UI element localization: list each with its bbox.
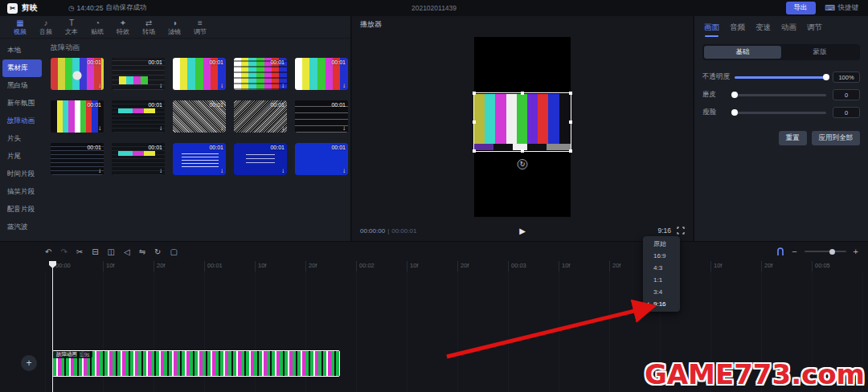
- zoom-slider-knob[interactable]: [829, 249, 835, 255]
- sidebar-item[interactable]: 蒸汽波: [0, 218, 44, 236]
- selection-handle[interactable]: [473, 120, 476, 124]
- media-thumbnail[interactable]: 00:01 ↓: [295, 58, 348, 90]
- inspector-subtab[interactable]: 基础: [704, 46, 781, 59]
- download-icon[interactable]: ↓: [220, 82, 223, 89]
- split-button[interactable]: ✂: [76, 247, 83, 256]
- reverse-button[interactable]: ◁: [124, 247, 130, 256]
- download-icon[interactable]: ↓: [159, 125, 162, 132]
- slider-track[interactable]: [735, 76, 826, 79]
- snap-magnet-icon[interactable]: [776, 247, 784, 256]
- sidebar-item[interactable]: 搞笑片段: [0, 183, 44, 201]
- sidebar-item[interactable]: 时间片段: [0, 165, 44, 183]
- delete-button[interactable]: ⊟: [92, 247, 98, 256]
- fullscreen-icon[interactable]: [677, 227, 685, 235]
- playhead-line[interactable]: [52, 261, 53, 392]
- inspector-tab[interactable]: 变速: [755, 22, 771, 33]
- download-icon[interactable]: ↓: [342, 167, 346, 174]
- ratio-menu-item[interactable]: ✓ 原始: [643, 238, 680, 250]
- download-icon[interactable]: ↓: [281, 167, 285, 174]
- media-toolbar-item[interactable]: ≡ 调节: [188, 19, 212, 35]
- play-button[interactable]: ▶: [519, 227, 526, 235]
- media-thumbnail[interactable]: 00:01 ↓: [173, 143, 226, 175]
- media-thumbnail[interactable]: 00:01 ↓: [112, 58, 165, 90]
- ratio-menu-item[interactable]: ✓ 3:4: [643, 286, 680, 298]
- zoom-in-button[interactable]: +: [854, 247, 858, 256]
- sidebar-item[interactable]: 故障动画: [0, 112, 44, 130]
- media-toolbar-item[interactable]: T 文本: [59, 19, 84, 35]
- selection-handle[interactable]: [521, 149, 524, 153]
- sidebar-item[interactable]: 片尾: [0, 148, 44, 165]
- media-thumbnail[interactable]: 00:01 ↓: [112, 143, 165, 175]
- zoom-out-button[interactable]: −: [792, 247, 796, 256]
- slider-value-field[interactable]: 0: [833, 89, 860, 100]
- reset-button[interactable]: 重置: [779, 131, 807, 145]
- download-icon[interactable]: ↓: [159, 82, 162, 89]
- ratio-menu-item[interactable]: ✓ 4:3: [643, 262, 680, 274]
- media-thumbnail[interactable]: 00:01 ↓: [173, 58, 226, 90]
- selection-handle[interactable]: [569, 149, 572, 153]
- download-icon[interactable]: ↓: [220, 125, 223, 132]
- inspector-tab[interactable]: 调节: [807, 22, 822, 33]
- media-thumbnail[interactable]: 00:01 ↓: [112, 100, 165, 133]
- timeline-clip[interactable]: 故障动画 1.9s: [52, 350, 340, 377]
- zoom-slider[interactable]: [805, 251, 846, 252]
- media-thumbnail[interactable]: 00:01 ↓: [51, 143, 104, 175]
- crop-button[interactable]: ▢: [170, 247, 178, 256]
- inspector-tab[interactable]: 音频: [730, 22, 745, 33]
- download-icon[interactable]: ↓: [98, 167, 101, 174]
- selection-handle[interactable]: [569, 92, 572, 95]
- media-toolbar-item[interactable]: ◔ 贴纸: [85, 19, 109, 35]
- video-preview[interactable]: ↻: [474, 37, 571, 217]
- freeze-button[interactable]: ◫: [108, 247, 115, 256]
- slider-value-field[interactable]: 0: [833, 107, 860, 118]
- selection-handle[interactable]: [521, 92, 524, 95]
- slider-value-field[interactable]: 100%: [833, 71, 860, 83]
- selection-handle[interactable]: [569, 120, 572, 124]
- download-icon[interactable]: ↓: [342, 125, 346, 132]
- slider-knob[interactable]: [731, 109, 738, 116]
- sidebar-item[interactable]: 素材库: [2, 59, 42, 77]
- slider-knob[interactable]: [823, 74, 829, 80]
- inspector-tab[interactable]: 动画: [781, 22, 796, 33]
- ratio-menu-item[interactable]: ✓ 9:16: [643, 298, 680, 310]
- sidebar-item[interactable]: 本地: [0, 42, 44, 59]
- mirror-button[interactable]: ⇋: [139, 247, 145, 256]
- download-icon[interactable]: ↓: [281, 82, 285, 89]
- aspect-ratio-button[interactable]: 9:16: [657, 227, 671, 235]
- ratio-menu-item[interactable]: ✓ 16:9: [643, 250, 680, 262]
- apply-to-all-button[interactable]: 应用到全部: [812, 131, 861, 145]
- slider-knob[interactable]: [731, 92, 738, 98]
- inspector-tab[interactable]: 画面: [704, 22, 719, 33]
- rotate-handle-icon[interactable]: ↻: [518, 159, 528, 169]
- app-logo[interactable]: ✂ 剪映: [7, 2, 38, 14]
- timeline-ruler[interactable]: 00:00 10f 20f 00:01 10f 20f 00:02 10f 20…: [52, 261, 862, 272]
- ratio-menu-item[interactable]: ✓ 1:1: [643, 274, 680, 286]
- media-toolbar-item[interactable]: ⇄ 转场: [137, 19, 161, 35]
- rotate-button[interactable]: ↻: [154, 247, 161, 256]
- inspector-subtab[interactable]: 蒙版: [781, 46, 858, 59]
- clip-selection-box[interactable]: [473, 92, 571, 152]
- selection-handle[interactable]: [473, 149, 476, 153]
- slider-track[interactable]: [735, 94, 826, 96]
- download-icon[interactable]: ↓: [98, 125, 101, 132]
- selection-handle[interactable]: [473, 92, 476, 95]
- redo-button[interactable]: ↷: [60, 247, 67, 256]
- sidebar-item[interactable]: 片头: [0, 130, 44, 148]
- media-toolbar-item[interactable]: ✦ 特效: [111, 19, 135, 35]
- media-thumbnail[interactable]: 00:01 ↓: [234, 58, 287, 90]
- sidebar-item[interactable]: 配音片段: [0, 201, 44, 218]
- slider-track[interactable]: [735, 112, 826, 114]
- media-thumbnail[interactable]: 00:01 ↓: [295, 100, 348, 133]
- add-media-button[interactable]: +: [21, 355, 37, 371]
- sidebar-item[interactable]: 新年氛围: [0, 95, 44, 112]
- media-thumbnail[interactable]: 00:01 ↓: [51, 58, 104, 90]
- sidebar-item[interactable]: 黑白场: [0, 77, 44, 95]
- shortcut-button[interactable]: ⌨ 快捷键: [825, 3, 859, 13]
- export-button[interactable]: 导出: [786, 2, 816, 14]
- download-icon[interactable]: ↓: [159, 167, 162, 174]
- media-thumbnail[interactable]: 00:01 ↓: [234, 143, 287, 175]
- download-icon[interactable]: ↓: [98, 82, 101, 89]
- media-thumbnail[interactable]: 00:01 ↓: [173, 100, 226, 133]
- media-thumbnail[interactable]: 00:01 ↓: [295, 143, 348, 175]
- download-icon[interactable]: ↓: [342, 82, 346, 89]
